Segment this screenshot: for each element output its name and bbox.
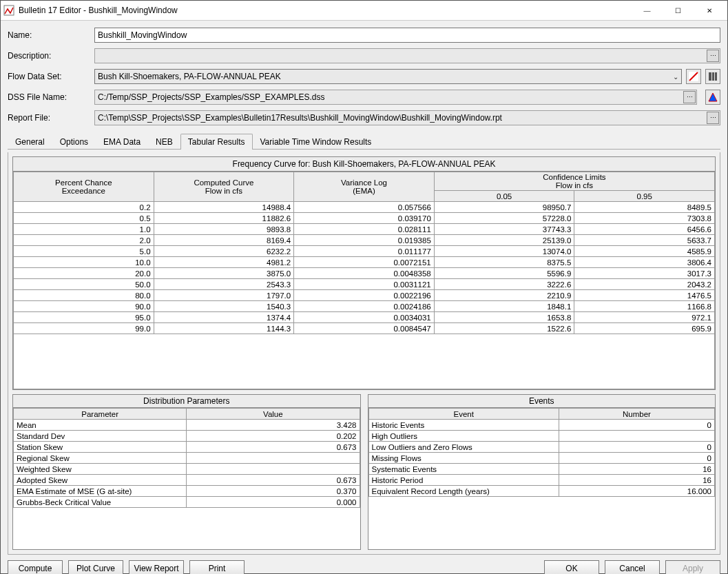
dss-plot-icon-button[interactable] [705, 90, 720, 105]
table-row[interactable]: 10.04981.20.00721518375.53806.4 [14, 257, 715, 268]
table-row[interactable]: Regional Skew [14, 453, 360, 464]
close-button[interactable]: ✕ [694, 1, 725, 20]
chevron-down-icon: ⌄ [673, 73, 678, 81]
table-row[interactable]: Historic Period16 [368, 475, 715, 486]
table-cell: 0.019385 [294, 235, 435, 246]
table-row[interactable]: 80.01797.00.00221962210.91476.5 [14, 290, 715, 301]
table-cell: 0.202 [187, 431, 360, 442]
table-cell: 99.0 [14, 323, 154, 334]
table-cell: Grubbs-Beck Critical Value [14, 497, 187, 508]
distribution-title: Distribution Parameters [13, 395, 360, 408]
table-cell: 1540.3 [154, 301, 294, 312]
dist-col-param: Parameter [14, 409, 187, 420]
table-row[interactable]: 2.08169.40.01938525139.05633.7 [14, 235, 715, 246]
table-cell: 2.0 [14, 235, 154, 246]
table-row[interactable]: Adopted Skew0.673 [14, 475, 360, 486]
cancel-button[interactable]: Cancel [605, 560, 660, 574]
name-label: Name: [8, 30, 90, 40]
table-row[interactable]: 95.01374.40.00340311653.8972.1 [14, 312, 715, 323]
minimize-button[interactable]: — [632, 1, 663, 20]
col-computed: Computed Curve Flow in cfs [154, 172, 294, 202]
table-cell: 5633.7 [574, 235, 715, 246]
dss-browse-icon[interactable]: ⋯ [683, 91, 696, 103]
table-cell: 6232.2 [154, 246, 294, 257]
table-row[interactable]: 0.214988.40.05756698950.78489.5 [14, 202, 715, 213]
table-cell: 1522.6 [434, 323, 574, 334]
table-row[interactable]: 5.06232.20.01117713074.04585.9 [14, 246, 715, 257]
compute-button[interactable]: Compute [8, 560, 63, 574]
table-row[interactable]: Equivalent Record Length (years)16.000 [368, 486, 715, 497]
table-cell: 0.0048358 [294, 268, 435, 279]
table-cell: Standard Dev [14, 431, 187, 442]
report-file-label: Report File: [8, 113, 90, 123]
table-cell: 0 [559, 442, 714, 453]
table-row[interactable]: Low Outliers and Zero Flows0 [368, 442, 715, 453]
table-row[interactable]: Weighted Skew [14, 464, 360, 475]
tab-options[interactable]: Options [52, 134, 96, 150]
table-row[interactable]: EMA Estimate of MSE (G at-site)0.370 [14, 486, 360, 497]
edit-data-icon-button[interactable] [705, 69, 720, 84]
events-title: Events [368, 395, 716, 408]
tab-ema-data[interactable]: EMA Data [96, 134, 148, 150]
tab-tabular-results[interactable]: Tabular Results [180, 134, 253, 150]
table-cell: 95.0 [14, 312, 154, 323]
table-row[interactable]: Station Skew0.673 [14, 442, 360, 453]
distribution-table: Parameter Value Mean3.428Standard Dev0.2… [13, 408, 360, 508]
titlebar: Bulletin 17 Editor - Bushkill_MovingWind… [1, 1, 727, 21]
table-cell: 0 [559, 453, 714, 464]
table-row[interactable]: 0.511882.60.03917057228.07303.8 [14, 213, 715, 224]
table-row[interactable]: High Outliers [368, 431, 715, 442]
table-cell: 0 [559, 420, 714, 431]
print-button[interactable]: Print [189, 560, 245, 574]
frequency-curve-box: Frequency Curve for: Bush Kill-Shoemaker… [12, 156, 716, 390]
tab-neb[interactable]: NEB [148, 134, 180, 150]
table-cell: 0.0034031 [294, 312, 435, 323]
table-cell: 57228.0 [434, 213, 574, 224]
table-row[interactable]: Mean3.428 [14, 420, 360, 431]
table-cell: 1166.8 [574, 301, 715, 312]
events-col-number: Number [559, 409, 714, 420]
table-cell: EMA Estimate of MSE (G at-site) [14, 486, 187, 497]
name-input[interactable] [94, 28, 720, 43]
table-cell: 1144.3 [154, 323, 294, 334]
table-row[interactable]: Standard Dev0.202 [14, 431, 360, 442]
table-row[interactable]: 1.09893.80.02811137743.36456.6 [14, 224, 715, 235]
events-blank [368, 497, 716, 538]
table-cell [559, 431, 714, 442]
description-browse-icon[interactable]: ⋯ [707, 50, 719, 62]
table-row[interactable]: 20.03875.00.00483585596.93017.3 [14, 268, 715, 279]
tabular-results-panel: Frequency Curve for: Bush Kill-Shoemaker… [8, 152, 720, 555]
table-row[interactable]: 99.01144.30.00845471522.6695.9 [14, 323, 715, 334]
tab-general[interactable]: General [8, 134, 52, 150]
description-input[interactable] [94, 48, 720, 63]
plot-data-icon-button[interactable] [686, 69, 701, 84]
maximize-button[interactable]: ☐ [663, 1, 694, 20]
report-file-input[interactable]: C:\Temp\SSP_Projects\SSP_Examples\Bullet… [94, 110, 720, 125]
table-cell: 0.028111 [294, 224, 435, 235]
table-cell: 1797.0 [154, 290, 294, 301]
table-row[interactable]: Grubbs-Beck Critical Value0.000 [14, 497, 360, 508]
table-row[interactable]: Systematic Events16 [368, 464, 715, 475]
table-cell: 0.0024186 [294, 301, 435, 312]
svg-rect-2 [709, 72, 711, 81]
tab-variable-time-window[interactable]: Variable Time Window Results [253, 134, 379, 150]
table-cell: 972.1 [574, 312, 715, 323]
table-row[interactable]: Historic Events0 [368, 420, 715, 431]
table-cell: 1476.5 [574, 290, 715, 301]
flow-data-set-select[interactable]: Bush Kill-Shoemakers, PA-FLOW-ANNUAL PEA… [94, 69, 682, 84]
table-row[interactable]: Missing Flows0 [368, 453, 715, 464]
table-cell: 5.0 [14, 246, 154, 257]
plot-curve-button[interactable]: Plot Curve [68, 560, 123, 574]
report-browse-icon[interactable]: ⋯ [707, 112, 719, 124]
view-report-button[interactable]: View Report [129, 560, 184, 574]
dss-file-input[interactable]: C:/Temp/SSP_Projects/SSP_Examples/SSP_EX… [94, 90, 697, 105]
apply-button[interactable]: Apply [665, 560, 720, 574]
table-cell: 25139.0 [434, 235, 574, 246]
table-row[interactable]: 50.02543.30.00311213222.62043.2 [14, 279, 715, 290]
ok-button[interactable]: OK [544, 560, 599, 574]
table-row[interactable]: 90.01540.30.00241861848.11166.8 [14, 301, 715, 312]
table-cell: 1374.4 [154, 312, 294, 323]
tab-bar: General Options EMA Data NEB Tabular Res… [8, 134, 720, 150]
table-cell: 0.5 [14, 213, 154, 224]
distribution-panel: Distribution Parameters Parameter Value … [12, 394, 361, 550]
